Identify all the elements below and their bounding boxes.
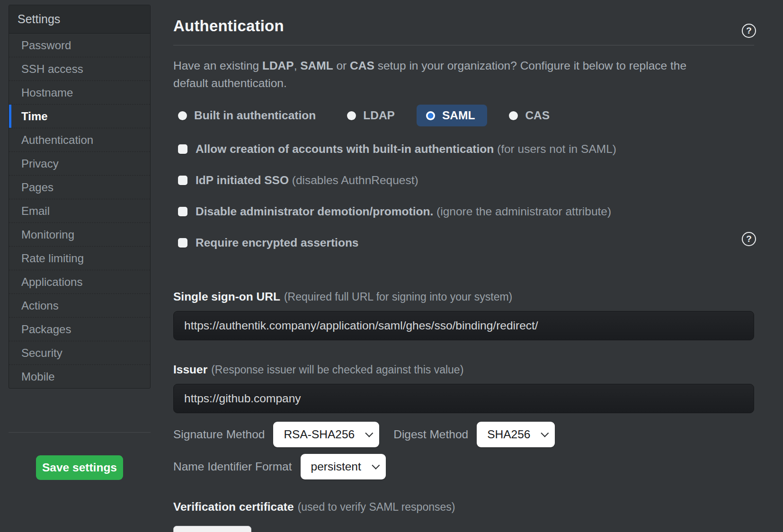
radio-saml[interactable]: SAML [417,105,487,126]
sidebar-item-time[interactable]: Time [9,104,150,128]
sidebar-item-packages[interactable]: Packages [9,317,150,341]
signature-method-label: Signature Method [173,428,265,441]
auth-method-radio-group: Built in authentication LDAP SAML CAS [173,105,754,126]
certificate-file-row: Choose file TestCert_certificate.pem [173,526,754,532]
issuer-label: Issuer(Response issuer will be checked a… [173,363,754,376]
verification-certificate-label: Verification certificate(used to verify … [173,500,754,514]
authentication-settings-main: ? ? Authentication Have an existing LDAP… [151,0,783,532]
radio-ldap[interactable]: LDAP [347,109,395,122]
name-identifier-format-label: Name Identifier Format [173,460,292,473]
radio-icon [178,111,187,120]
sso-url-input[interactable] [173,311,754,340]
sidebar-divider [9,432,151,433]
radio-selected-icon [426,111,435,120]
verification-certificate-field: Verification certificate(used to verify … [173,500,754,532]
sidebar-item-email[interactable]: Email [9,199,150,222]
sidebar-item-privacy[interactable]: Privacy [9,151,150,175]
save-settings-button[interactable]: Save settings [36,455,123,480]
selected-value: SHA256 [487,428,530,441]
sidebar-item-pages[interactable]: Pages [9,175,150,199]
certificate-file-name: TestCert_certificate.pem [259,530,384,532]
sidebar-item-mobile[interactable]: Mobile [9,364,150,388]
sidebar-item-actions[interactable]: Actions [9,293,150,317]
title-divider [173,45,754,45]
radio-label: Built in authentication [194,109,316,122]
saml-options: Allow creation of accounts with built-in… [173,142,754,249]
checkbox-icon[interactable] [178,176,187,185]
sidebar-item-hostname[interactable]: Hostname [9,80,150,104]
sso-url-field: Single sign-on URL(Required full URL for… [173,290,754,340]
radio-cas[interactable]: CAS [509,109,550,122]
sidebar-item-rate-limiting[interactable]: Rate limiting [9,246,150,270]
option-disable-admin-demotion: Disable administrator demotion/promotion… [178,205,754,218]
radio-label: LDAP [363,109,395,122]
sidebar-header: Settings [9,5,150,34]
option-allow-builtin-accounts: Allow creation of accounts with built-in… [178,142,754,156]
signature-method-select[interactable]: RSA-SHA256 [273,422,379,447]
chevron-down-icon [541,429,549,437]
sidebar-item-password[interactable]: Password [9,34,150,57]
radio-icon [347,111,356,120]
digest-method-label: Digest Method [393,428,468,441]
name-identifier-format-select[interactable]: persistent [301,454,386,479]
settings-sidebar: Settings Password SSH access Hostname Ti… [9,0,151,532]
option-label: Disable administrator demotion/promotion… [196,205,611,218]
chevron-down-icon [365,429,374,437]
option-label: IdP initiated SSO (disables AuthnRequest… [196,174,418,187]
selected-value: RSA-SHA256 [284,428,355,441]
intro-text: Have an existing LDAP, SAML or CAS setup… [173,57,703,92]
checkbox-icon[interactable] [178,207,187,216]
checkbox-icon[interactable] [178,144,187,154]
name-identifier-row: Name Identifier Format persistent [173,454,754,479]
radio-icon [509,111,518,120]
issuer-input[interactable] [173,384,754,413]
sidebar-item-applications[interactable]: Applications [9,270,150,293]
sidebar-item-security[interactable]: Security [9,341,150,364]
page-title: Authentication [173,17,754,35]
issuer-field: Issuer(Response issuer will be checked a… [173,363,754,413]
digest-method-select[interactable]: SHA256 [477,422,555,447]
choose-file-button[interactable]: Choose file [173,526,251,532]
radio-label: SAML [442,109,475,122]
option-label: Allow creation of accounts with built-in… [196,142,616,156]
encrypted-assertions-help-icon[interactable]: ? [742,232,756,246]
sidebar-item-ssh-access[interactable]: SSH access [9,57,150,80]
help-icon[interactable]: ? [742,24,756,38]
radio-label: CAS [525,109,550,122]
app-root: Settings Password SSH access Hostname Ti… [0,0,783,532]
selected-value: persistent [311,460,361,473]
sidebar-item-monitoring[interactable]: Monitoring [9,222,150,246]
checkbox-icon[interactable] [178,238,187,248]
settings-nav: Settings Password SSH access Hostname Ti… [9,5,151,389]
method-selects-row: Signature Method RSA-SHA256 Digest Metho… [173,422,754,447]
option-label: Require encrypted assertions [196,236,358,249]
sso-url-label: Single sign-on URL(Required full URL for… [173,290,754,303]
sidebar-item-authentication[interactable]: Authentication [9,128,150,151]
chevron-down-icon [372,461,380,470]
option-idp-initiated-sso: IdP initiated SSO (disables AuthnRequest… [178,174,754,187]
radio-built-in-authentication[interactable]: Built in authentication [178,109,316,122]
option-require-encrypted-assertions: Require encrypted assertions [178,236,754,249]
